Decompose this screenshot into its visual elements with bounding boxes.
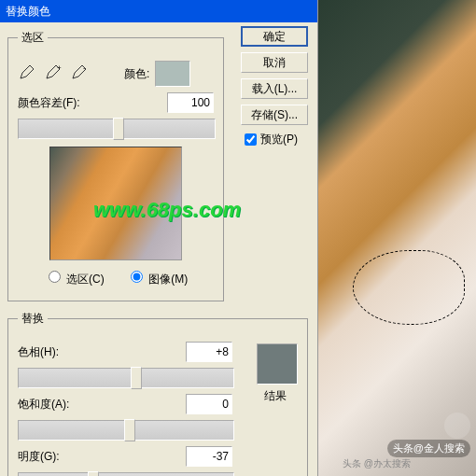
result-label: 结果 [264, 388, 287, 404]
saturation-slider[interactable] [18, 420, 234, 441]
svg-text:+: + [57, 63, 62, 72]
radio-image[interactable] [131, 271, 143, 283]
fuzziness-label: 颜色容差(F): [18, 95, 80, 111]
canvas-background-image [317, 0, 476, 476]
watermark-logo [444, 413, 470, 439]
button-column: 确定 取消 载入(L)... 存储(S)... 预览(P) [241, 26, 308, 148]
saturation-label: 饱和度(A): [18, 397, 69, 413]
preview-checkbox[interactable] [245, 133, 257, 146]
watermark-text-3: 头条 @办太搜索 [343, 457, 411, 470]
color-label: 颜色: [124, 66, 149, 82]
watermark-text: www.68ps.com [93, 198, 241, 222]
eyedropper-subtract-icon[interactable]: - [70, 63, 89, 85]
load-button[interactable]: 载入(L)... [241, 78, 308, 99]
hue-input[interactable] [186, 342, 232, 362]
lightness-input[interactable] [186, 446, 232, 467]
hue-slider[interactable] [18, 368, 234, 388]
save-button[interactable]: 存储(S)... [241, 105, 308, 125]
dialog-titlebar[interactable]: 替换颜色 [0, 0, 317, 22]
replace-color-dialog: 替换颜色 确定 取消 载入(L)... 存储(S)... 预览(P) 选区 + … [0, 0, 318, 476]
selection-fieldset: 选区 + - 颜色: 颜色容差(F): 选区(C) 图像(M) [7, 30, 224, 301]
ok-button[interactable]: 确定 [241, 26, 308, 47]
cancel-button[interactable]: 取消 [241, 52, 308, 73]
lightness-label: 明度(G): [18, 449, 60, 465]
radio-selection[interactable] [49, 271, 61, 283]
hue-label: 色相(H): [18, 344, 59, 360]
watermark-text-2: 头条@金人搜索 [387, 440, 470, 457]
selection-legend: 选区 [18, 30, 48, 46]
fuzziness-input[interactable] [167, 92, 214, 113]
preview-checkbox-row: 预览(P) [241, 131, 308, 148]
radio-selection-label[interactable]: 选区(C) [44, 273, 105, 286]
eyedropper-add-icon[interactable]: + [44, 63, 63, 85]
result-swatch[interactable] [257, 343, 298, 385]
dialog-title: 替换颜色 [6, 4, 50, 20]
radio-image-label[interactable]: 图像(M) [126, 273, 188, 286]
svg-text:-: - [83, 63, 86, 72]
fuzziness-slider[interactable] [18, 119, 216, 139]
preview-label: 预览(P) [260, 132, 298, 147]
color-swatch[interactable] [155, 61, 190, 87]
replace-fieldset: 替换 结果 色相(H): 饱和度(A): 明度(G): [7, 311, 308, 476]
lightness-slider[interactable] [18, 472, 234, 476]
saturation-input[interactable] [186, 394, 232, 414]
replace-legend: 替换 [18, 311, 48, 327]
selection-marquee [353, 250, 465, 325]
eyedropper-icon[interactable] [18, 63, 36, 85]
